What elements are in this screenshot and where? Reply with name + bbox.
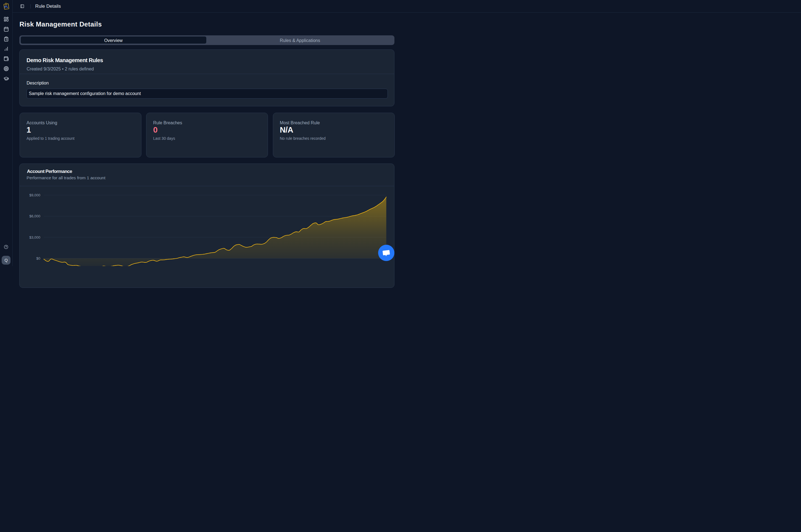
svg-text:PL: PL [4,5,8,8]
